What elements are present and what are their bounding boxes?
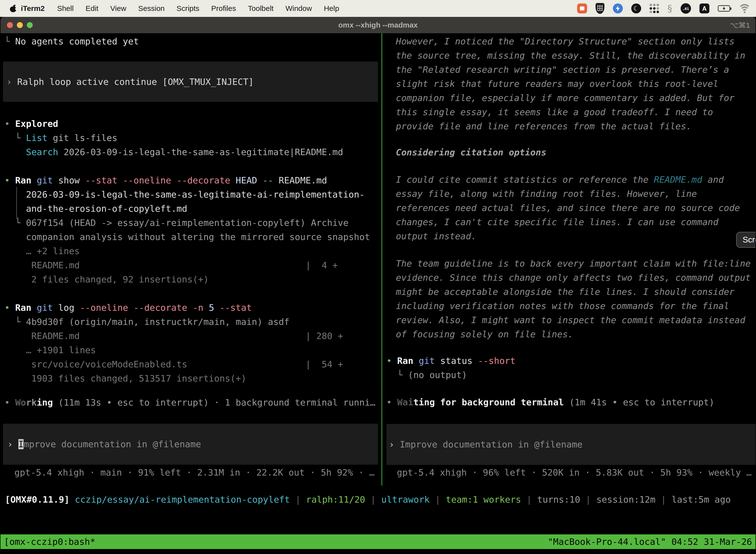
text-line: essay file, along with finding root file… [396,187,756,201]
menu-item-session[interactable]: Session [132,4,171,13]
tmux-panes: └ No agents completed yet › Ralph loop a… [0,33,756,486]
text-line: output instead. [396,229,756,243]
text-line: changes, I can't cite specific file line… [396,215,756,229]
screen-share-tab[interactable]: Scre [736,232,756,248]
reasoning-paragraph-3: The team guideline is to back every impo… [396,257,756,341]
text-line: this single essay, it seems like a good … [396,105,756,119]
menu-item-shell[interactable]: Shell [51,4,80,13]
reasoning-heading: Considering citation options [396,145,756,159]
text-line: the "Related research writing" section i… [396,63,756,77]
text-line: slight risk that future readers may over… [396,77,756,91]
git-log-command-line: • Ran git log --oneline --decorate -n 5 … [4,300,381,315]
window-title: omx --xhigh --madmax [0,21,756,29]
explored-block: • Explored └ List git ls-files Search 20… [4,117,381,159]
prompt-placeholder: mprove documentation in @filename [23,439,201,449]
battery-percent-icon[interactable]: ..61 [681,3,691,14]
app-menus: iTerm2ShellEditViewSessionScriptsProfile… [16,4,345,13]
input-source-icon[interactable]: A [699,3,709,13]
git-show-arg-line-2: and-the-erosion-of-copyleft.md [4,202,381,216]
git-log-stat-file-2: src/voice/voiceModeEnabled.ts | 54 + [4,357,381,371]
git-status-command-line: • Ran git status --short [386,354,756,368]
chat-app-icon[interactable] [577,3,587,13]
reasoning-paragraph-1: However, I noticed the "Directory Struct… [396,34,756,133]
prompt-chevron-icon: › [389,439,394,449]
menu-item-window[interactable]: Window [279,4,318,13]
git-log-output-commit: └ 4b9d30f (origin/main, instructkr/main,… [4,315,381,329]
menu-item-help[interactable]: Help [318,4,345,13]
ralph-banner: › Ralph loop active continue [OMX_TMUX_I… [3,62,378,102]
app-grid-icon[interactable] [649,4,659,13]
text-line: evidence. Since this change only affects… [396,271,756,285]
agents-note-line: └ No agents completed yet [4,34,381,48]
git-show-output-more: … +2 lines [4,244,381,258]
prompt-chevron-icon: › [7,439,13,449]
git-show-output-commit: └ 067f154 (HEAD -> essay/ai-reimplementa… [4,216,381,230]
shield-grid-icon[interactable] [595,3,605,14]
macos-menu-bar: iTerm2ShellEditViewSessionScriptsProfile… [0,0,756,17]
prompt-placeholder: Improve documentation in @filename [400,439,583,449]
left-terminal-pane[interactable]: └ No agents completed yet › Ralph loop a… [0,33,381,486]
omx-status-bar: [OMX#0.11.9] cczip/essay/ai-reimplementa… [5,492,753,507]
iterm-window: omx --xhigh --madmax ⌥⌘1 └ No agents com… [0,17,756,554]
git-log-output-more: … +1901 lines [4,343,381,357]
tree-connector [16,187,17,219]
git-show-block: • Ran git show --stat --oneline --decora… [4,173,381,286]
working-status-line: • Working (11m 13s • esc to interrupt) ·… [4,395,381,409]
git-show-arg-line-1: 2026-03-09-is-legal-the-same-as-legitima… [4,187,381,202]
menu-item-toolbelt[interactable]: Toolbelt [242,4,279,13]
menu-item-view[interactable]: View [105,4,132,13]
crescent-moon-icon[interactable]: ☾ [631,3,641,13]
tmux-session-label[interactable]: [omx-cczip0:bash* [4,535,95,549]
text-line: companion file, especially if more comme… [396,91,756,105]
left-prompt-input[interactable]: ›Improve documentation in @filename [3,424,378,465]
right-session-status: gpt-5.4 xhigh · 96% left · 520K in · 5.8… [386,465,756,480]
window-title-bar[interactable]: omx --xhigh --madmax ⌥⌘1 [0,17,756,33]
menu-status-icons: ☾ § ..61 A [577,3,756,14]
git-log-block: • Ran git log --oneline --decorate -n 5 … [4,300,381,385]
text-line: might be acceptable alongside the file l… [396,285,756,299]
left-session-status: gpt-5.4 xhigh · main · 91% left · 2.31M … [4,465,381,480]
git-show-stat-summary: 2 files changed, 92 insertions(+) [4,272,381,286]
git-show-stat-file: README.md | 4 + [4,258,381,272]
waiting-status-line: • Waiting for background terminal (1m 41… [386,395,756,409]
right-prompt-input[interactable]: ›Improve documentation in @filename [386,424,756,465]
text-line: of focusing solely on file lines. [396,327,756,341]
text-cursor: I [18,439,24,449]
desktop-screen: iTerm2ShellEditViewSessionScriptsProfile… [0,0,756,554]
text-line: The team guideline is to back every impo… [396,257,756,271]
apple-menu-icon[interactable] [10,5,16,12]
text-line: provide file and line references from th… [396,119,756,133]
pane-divider[interactable] [381,33,382,486]
wifi-icon[interactable] [739,4,751,13]
explored-header: • Explored [4,117,381,131]
menu-item-edit[interactable]: Edit [80,4,105,13]
reasoning-paragraph-2-line-1: I could cite commit statistics or refere… [396,172,756,187]
battery-icon[interactable] [718,5,730,12]
text-line: However, I noticed the "Directory Struct… [396,34,756,48]
git-status-no-output: └ (no output) [386,368,756,382]
text-line: references need actual files, and since … [396,201,756,215]
blue-badge-icon[interactable] [613,3,623,13]
explored-list-line: └ List git ls-files [4,131,381,145]
reasoning-paragraph-2: essay file, along with finding root file… [396,187,756,243]
git-log-stat-file-1: README.md | 280 + [4,329,381,343]
text-line: review. Also, I might want to inspect th… [396,313,756,327]
text-line: including verification notes with those … [396,299,756,313]
tmux-status-bar: [omx-cczip0:bash* "MacBook-Pro-44.local"… [0,535,756,549]
right-terminal-pane[interactable]: However, I noticed the "Directory Struct… [386,33,756,486]
menu-item-iterm2[interactable]: iTerm2 [16,4,51,13]
tmux-host-clock: "MacBook-Pro-44.local" 04:52 31-Mar-26 [548,535,752,549]
explored-search-line: Search 2026-03-09-is-legal-the-same-as-l… [4,145,381,159]
ralph-banner-line: › Ralph loop active continue [OMX_TMUX_I… [6,75,254,89]
git-show-output-message: companion analysis without altering the … [4,230,381,244]
menu-item-profiles[interactable]: Profiles [205,4,242,13]
git-show-command-line: • Ran git show --stat --oneline --decora… [4,173,381,187]
git-log-stat-summary: 1903 files changed, 513517 insertions(+) [4,371,381,385]
text-line: the source tree, missing the essay. Stil… [396,48,756,63]
menu-item-scripts[interactable]: Scripts [171,4,205,13]
dragon-utility-icon[interactable]: § [668,3,672,14]
